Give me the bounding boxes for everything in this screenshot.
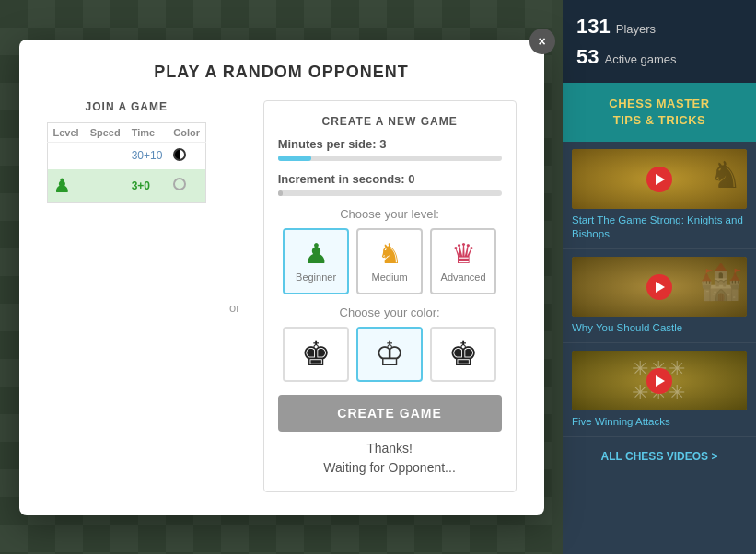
minutes-slider-row: Minutes per side: 3 <box>278 137 502 161</box>
cell-color-normal <box>168 142 205 169</box>
color-btn-random[interactable]: ♔ <box>356 327 423 382</box>
video-link-1[interactable]: Start The Game Strong: Knights and Bisho… <box>572 214 747 241</box>
stats-bar: 131 Players 53 Active games <box>563 0 756 83</box>
or-divider: or <box>225 100 245 492</box>
color-btn-black[interactable]: ♚ <box>283 327 349 382</box>
table-row[interactable]: ♟ 3+0 <box>47 169 206 203</box>
play-button-3[interactable] <box>646 368 672 394</box>
cell-color-blitz <box>168 169 205 203</box>
chess-tips-header[interactable]: CHESS MASTERTIPS & TRICKS <box>563 83 756 142</box>
chess-tips-title: CHESS MASTERTIPS & TRICKS <box>572 96 747 129</box>
table-header-row: Level Speed Time Color <box>47 122 206 142</box>
minutes-label: Minutes per side: 3 <box>278 137 502 151</box>
black-king2-icon: ♚ <box>448 335 478 374</box>
col-color: Color <box>168 122 205 142</box>
create-game-button[interactable]: CREATE GAME <box>278 395 502 432</box>
join-section: JOIN A GAME Level Speed Time Color <box>47 100 207 492</box>
advanced-label: Advanced <box>441 271 486 283</box>
col-level: Level <box>47 122 85 142</box>
beginner-piece-icon: ♟ <box>304 240 329 268</box>
beginner-label: Beginner <box>296 271 336 283</box>
play-button-2[interactable] <box>646 274 672 300</box>
modal-dialog: × PLAY A RANDOM OPPONENT JOIN A GAME Lev… <box>19 40 544 515</box>
video-link-2[interactable]: Why You Should Castle <box>572 321 747 335</box>
sidebar: 131 Players 53 Active games CHESS MASTER… <box>563 0 756 554</box>
medium-label: Medium <box>372 271 408 283</box>
games-table: Level Speed Time Color 30+10 <box>47 122 207 203</box>
cell-time-blitz: 3+0 <box>126 169 169 203</box>
or-label: or <box>229 301 240 315</box>
cell-time-normal: 30+10 <box>126 142 169 169</box>
create-section: CREATE A NEW GAME Minutes per side: 3 In… <box>263 100 517 492</box>
col-time: Time <box>126 122 169 142</box>
players-label: Players <box>616 20 656 39</box>
minutes-track[interactable] <box>278 156 502 161</box>
increment-value: 0 <box>408 172 414 186</box>
cell-speed-normal <box>85 142 126 169</box>
black-king-icon: ♚ <box>301 335 331 374</box>
modal-body: JOIN A GAME Level Speed Time Color <box>47 100 517 492</box>
video-link-3[interactable]: Five Winning Attacks <box>572 415 747 429</box>
cell-speed-blitz <box>85 169 126 203</box>
active-label: Active games <box>604 51 676 69</box>
video-item-2[interactable]: 🏰 Why You Should Castle <box>563 249 756 343</box>
random-king-icon: ♔ <box>375 335 404 374</box>
active-stat: 53 Active games <box>576 41 742 72</box>
col-speed: Speed <box>85 122 126 142</box>
color-grid: ♚ ♔ ♚ <box>278 327 502 382</box>
level-btn-medium[interactable]: ♞ Medium <box>356 228 423 294</box>
close-button[interactable]: × <box>529 29 555 54</box>
minutes-label-text: Minutes per side: <box>278 137 377 151</box>
cell-level-normal <box>47 142 85 169</box>
waiting-line2: Waiting for Opponent... <box>278 458 502 478</box>
active-count: 53 <box>576 41 599 72</box>
video-item-3[interactable]: ✳✳✳✳✳✳ Five Winning Attacks <box>563 343 756 437</box>
cell-level-blitz: ♟ <box>47 169 85 203</box>
choose-level-label: Choose your level: <box>278 207 502 221</box>
video-item-1[interactable]: ♞ Start The Game Strong: Knights and Bis… <box>563 142 756 249</box>
color-btn-black2[interactable]: ♚ <box>430 327 496 382</box>
video-thumb-3[interactable]: ✳✳✳✳✳✳ <box>572 351 747 410</box>
video-thumb-2[interactable]: 🏰 <box>572 257 747 317</box>
table-row[interactable]: 30+10 <box>47 142 206 169</box>
join-title: JOIN A GAME <box>47 100 207 113</box>
increment-label: Increment in seconds: 0 <box>278 172 502 186</box>
minutes-value: 3 <box>379 137 386 151</box>
level-btn-advanced[interactable]: ♛ Advanced <box>430 228 496 294</box>
advanced-piece-icon: ♛ <box>451 240 476 268</box>
level-btn-beginner[interactable]: ♟ Beginner <box>283 228 349 294</box>
waiting-line1: Thanks! <box>278 439 502 458</box>
increment-label-text: Increment in seconds: <box>278 172 405 186</box>
all-videos-link[interactable]: ALL CHESS VIDEOS > <box>563 441 756 472</box>
players-stat: 131 Players <box>576 11 742 41</box>
play-button-1[interactable] <box>646 167 672 192</box>
video-thumb-1[interactable]: ♞ <box>572 149 747 209</box>
medium-piece-icon: ♞ <box>378 240 402 268</box>
increment-slider-row: Increment in seconds: 0 <box>278 172 502 196</box>
increment-fill <box>278 190 283 196</box>
minutes-fill <box>278 156 311 161</box>
increment-track[interactable] <box>278 190 502 196</box>
create-title: CREATE A NEW GAME <box>278 115 502 128</box>
level-grid: ♟ Beginner ♞ Medium ♛ Advanced <box>278 228 502 294</box>
choose-color-label: Choose your color: <box>278 306 502 319</box>
modal-overlay: × PLAY A RANDOM OPPONENT JOIN A GAME Lev… <box>0 0 563 554</box>
waiting-text: Thanks! Waiting for Opponent... <box>278 439 502 478</box>
modal-title: PLAY A RANDOM OPPONENT <box>47 63 517 82</box>
players-count: 131 <box>576 11 611 41</box>
